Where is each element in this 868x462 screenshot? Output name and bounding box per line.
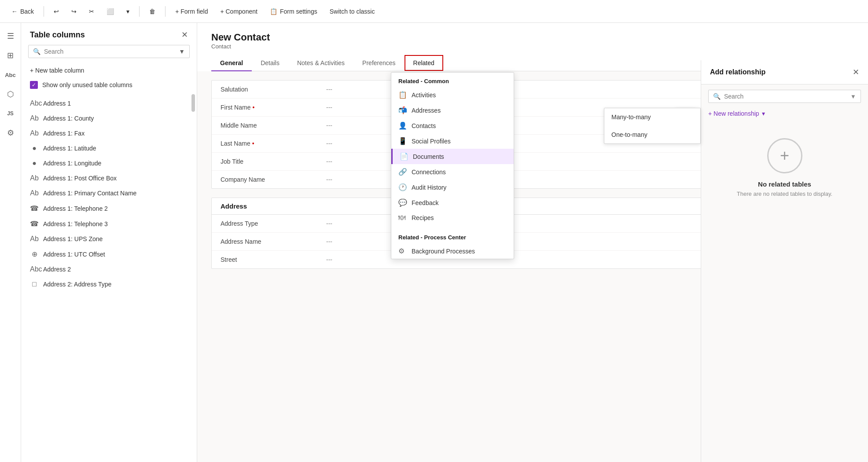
sidebar-list-item[interactable]: ⊕Address 1: UTC Offset xyxy=(21,246,197,262)
value-lastname: --- xyxy=(326,140,332,147)
show-unused-checkbox[interactable] xyxy=(30,81,38,89)
nav-components-icon[interactable]: ⬡ xyxy=(3,86,18,102)
form-field-label: + Form field xyxy=(175,8,208,15)
rel-type-dropdown: Many-to-many One-to-many xyxy=(604,108,701,144)
undo-button[interactable]: ↩ xyxy=(49,5,63,18)
sidebar-list: AbcAddress 1AbAddress 1: CountyAbAddress… xyxy=(21,94,197,462)
sidebar-list-item[interactable]: AbAddress 1: Post Office Box xyxy=(21,171,197,186)
item-label: Address 1: Longitude xyxy=(43,160,101,167)
value-addresstype: --- xyxy=(326,220,332,227)
sidebar-close-button[interactable]: ✕ xyxy=(181,30,188,40)
item-type-icon: ● xyxy=(30,159,39,167)
item-label: Address 1: Latitude xyxy=(43,145,96,152)
new-column-button[interactable]: + New table column xyxy=(21,63,197,77)
sidebar-list-item[interactable]: ●Address 1: Latitude xyxy=(21,141,197,156)
related-label-audit: Audit History xyxy=(412,184,446,191)
sidebar-search-input[interactable] xyxy=(44,48,175,55)
item-label: Address 1: Post Office Box xyxy=(43,175,117,182)
label-firstname: First Name• xyxy=(221,104,326,111)
sidebar-filter-button[interactable]: ▼ xyxy=(179,48,185,55)
scrollbar-thumb[interactable] xyxy=(191,94,195,112)
delete-button[interactable]: 🗑 xyxy=(145,5,160,18)
copy-button[interactable]: ⬜ xyxy=(102,5,118,18)
no-related-text: There are no related tables to display. xyxy=(737,191,832,197)
undo-icon: ↩ xyxy=(54,8,59,15)
related-label-connections: Connections xyxy=(412,169,446,176)
related-label-social: Social Profiles xyxy=(412,138,451,145)
component-button[interactable]: + Component xyxy=(216,5,261,18)
item-label: Address 1: Telephone 3 xyxy=(43,220,108,227)
sidebar-list-item[interactable]: ●Address 1: Longitude xyxy=(21,156,197,171)
panel-search-container: 🔍 ▼ xyxy=(708,90,861,103)
rel-type-many-to-many[interactable]: Many-to-many xyxy=(604,108,700,126)
nav-abc-icon[interactable]: Abc xyxy=(3,67,18,83)
sidebar-list-item[interactable]: AbAddress 1: UPS Zone xyxy=(21,231,197,246)
sidebar-list-item[interactable]: □Address 2: Address Type xyxy=(21,277,197,292)
related-item-social[interactable]: 📱 Social Profiles xyxy=(391,133,514,149)
back-button[interactable]: ← Back xyxy=(7,5,38,18)
dropdown-button[interactable]: ▾ xyxy=(122,5,134,18)
value-street: --- xyxy=(326,256,332,263)
related-label-addresses: Addresses xyxy=(412,107,441,114)
related-dropdown: Related - Common 📋 Activities 📬 Addresse… xyxy=(391,72,514,259)
related-label-feedback: Feedback xyxy=(412,199,438,206)
item-label: Address 1: Fax xyxy=(43,130,85,137)
label-jobtitle: Job Title xyxy=(221,158,326,165)
panel-close-button[interactable]: ✕ xyxy=(853,67,859,77)
tab-notes-activities[interactable]: Notes & Activities xyxy=(288,55,353,71)
label-lastname: Last Name• xyxy=(221,140,326,147)
related-item-addresses[interactable]: 📬 Addresses xyxy=(391,103,514,118)
related-item-contacts[interactable]: 👤 Contacts xyxy=(391,118,514,133)
switch-classic-button[interactable]: Switch to classic xyxy=(325,5,379,18)
related-item-audit[interactable]: 🕐 Audit History xyxy=(391,180,514,195)
sidebar-list-item[interactable]: ☎Address 1: Telephone 3 xyxy=(21,216,197,231)
new-relationship-label: + New relationship xyxy=(708,110,759,117)
nav-js-icon[interactable]: JS xyxy=(3,106,18,121)
sidebar-list-item[interactable]: AbAddress 1: County xyxy=(21,111,197,126)
sidebar-list-item[interactable]: AbAddress 1: Fax xyxy=(21,126,197,141)
addresses-icon: 📬 xyxy=(398,106,407,114)
nav-relations-icon[interactable]: ⚙ xyxy=(3,125,18,141)
tab-details[interactable]: Details xyxy=(252,55,288,71)
related-item-feedback[interactable]: 💬 Feedback xyxy=(391,195,514,210)
no-related-title: No related tables xyxy=(758,180,811,188)
tab-preferences[interactable]: Preferences xyxy=(353,55,404,71)
rel-type-one-to-many[interactable]: One-to-many xyxy=(604,126,700,143)
sidebar-list-item[interactable]: AbcAddress 1 xyxy=(21,96,197,111)
item-label: Address 2 xyxy=(43,266,71,273)
nav-grid-icon[interactable]: ⊞ xyxy=(3,48,18,63)
item-label: Address 1: Telephone 2 xyxy=(43,205,108,212)
panel-filter-button[interactable]: ▼ xyxy=(850,93,856,100)
sidebar-list-item[interactable]: ☎Address 1: Telephone 2 xyxy=(21,201,197,216)
related-label-activities: Activities xyxy=(412,92,436,99)
panel-search-input[interactable] xyxy=(724,93,847,100)
related-item-activities[interactable]: 📋 Activities xyxy=(391,87,514,103)
cut-button[interactable]: ✂ xyxy=(85,5,99,18)
tab-general[interactable]: General xyxy=(211,55,252,71)
sidebar-list-item[interactable]: AbAddress 1: Primary Contact Name xyxy=(21,186,197,201)
related-item-bgprocesses[interactable]: ⚙ Background Processes xyxy=(391,243,514,259)
item-label: Address 1: UTC Offset xyxy=(43,251,105,258)
label-street: Street xyxy=(221,256,326,263)
item-type-icon: Ab xyxy=(30,174,39,182)
form-settings-button[interactable]: 📋 Form settings xyxy=(265,5,322,18)
form-field-button[interactable]: + Form field xyxy=(171,5,212,18)
toolbar: ← Back ↩ ↪ ✂ ⬜ ▾ 🗑 + Form field + Compon… xyxy=(0,0,868,23)
tab-related[interactable]: Related xyxy=(405,55,443,71)
redo-button[interactable]: ↪ xyxy=(67,5,81,18)
left-nav: ☰ ⊞ Abc ⬡ JS ⚙ xyxy=(0,23,21,462)
one-to-many-label: One-to-many xyxy=(611,131,647,138)
item-label: Address 1: County xyxy=(43,115,94,122)
sidebar: Table columns ✕ 🔍 ▼ + New table column S… xyxy=(21,23,197,462)
recipes-icon: 🍽 xyxy=(398,214,407,222)
connections-icon: 🔗 xyxy=(398,168,407,176)
value-companyname: --- xyxy=(326,176,332,183)
related-process-header: Related - Process Center xyxy=(391,229,514,243)
related-item-recipes[interactable]: 🍽 Recipes xyxy=(391,210,514,225)
sidebar-list-item[interactable]: AbcAddress 2 xyxy=(21,262,197,277)
related-item-documents[interactable]: 📄 Documents xyxy=(391,149,514,164)
related-item-connections[interactable]: 🔗 Connections xyxy=(391,164,514,180)
nav-menu-icon[interactable]: ☰ xyxy=(3,28,18,44)
new-relationship-button[interactable]: + New relationship ▾ xyxy=(701,106,772,121)
audit-icon: 🕐 xyxy=(398,183,407,191)
